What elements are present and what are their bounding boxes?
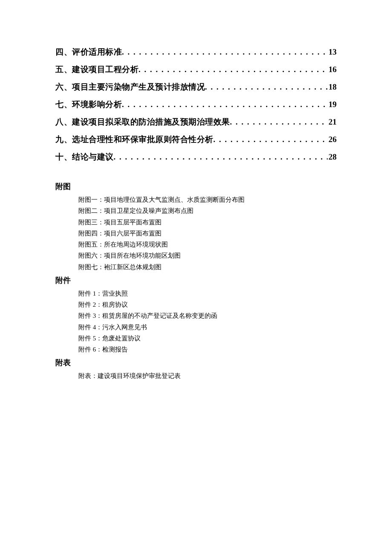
item-text: 租赁房屋的不动产登记证及名称变更的函 <box>102 312 217 319</box>
item-number: 附件 5： <box>78 335 102 342</box>
section-heading-futu: 附图 <box>55 181 337 192</box>
toc-title: 七、环境影响分析 <box>55 100 122 108</box>
item-number: 附件 2： <box>78 301 102 308</box>
toc-entry: 十、结论与建议 28 <box>55 153 337 161</box>
section-heading-fujian: 附件 <box>55 275 337 285</box>
section-heading-fubiao: 附表 <box>55 357 337 368</box>
item-number: 附件 4： <box>78 324 102 331</box>
list-item: 附图六：项目所在地环境功能区划图 <box>78 250 337 261</box>
list-item: 附图五：所在地周边环境现状图 <box>78 239 337 250</box>
list-item: 附图三：项目五层平面布置图 <box>78 217 337 228</box>
list-item: 附件 1：营业执照 <box>78 288 337 299</box>
toc-leader-dots <box>230 118 328 126</box>
list-item: 附图二：项目卫星定位及噪声监测布点图 <box>78 205 337 216</box>
item-text: 营业执照 <box>102 290 128 297</box>
fubiao-list: 附表：建设项目环境保护审批登记表 <box>78 370 337 381</box>
toc-leader-dots <box>122 48 328 56</box>
toc-leader-dots <box>114 153 328 161</box>
list-item: 附图七：袍江新区总体规划图 <box>78 262 337 273</box>
list-item: 附图一：项目地理位置及大气监测点、水质监测断面分布图 <box>78 194 337 205</box>
toc-title: 六、项目主要污染物产生及预计排放情况 <box>55 83 205 91</box>
fujian-list: 附件 1：营业执照 附件 2：租房协议 附件 3：租赁房屋的不动产登记证及名称变… <box>78 288 337 355</box>
toc-page-number: 16 <box>328 65 337 73</box>
item-number: 附件 1： <box>78 290 102 297</box>
list-item: 附图四：项目六层平面布置图 <box>78 228 337 239</box>
item-text: 危废处置协议 <box>102 335 141 342</box>
list-item: 附件 6：检测报告 <box>78 344 337 355</box>
table-of-contents: 四、评价适用标准 13 五、建设项目工程分析 16 六、项目主要污染物产生及预计… <box>55 48 337 161</box>
list-item: 附表：建设项目环境保护审批登记表 <box>78 370 337 381</box>
list-item: 附件 3：租赁房屋的不动产登记证及名称变更的函 <box>78 310 337 321</box>
list-item: 附件 4：污水入网意见书 <box>78 322 337 333</box>
toc-entry: 七、环境影响分析 19 <box>55 100 337 108</box>
list-item: 附件 2：租房协议 <box>78 299 337 310</box>
list-item: 附件 5：危废处置协议 <box>78 333 337 344</box>
toc-page-number: 26 <box>328 135 337 143</box>
toc-title: 九、选址合理性和环保审批原则符合性分析 <box>55 135 213 143</box>
toc-entry: 八、建设项目拟采取的防治措施及预期治理效果 21 <box>55 118 337 126</box>
toc-entry: 五、建设项目工程分析 16 <box>55 65 337 73</box>
toc-leader-dots <box>213 135 328 143</box>
toc-title: 五、建设项目工程分析 <box>55 65 138 73</box>
item-number: 附件 6： <box>78 346 102 353</box>
item-text: 污水入网意见书 <box>102 324 147 331</box>
toc-entry: 四、评价适用标准 13 <box>55 48 337 56</box>
toc-title: 四、评价适用标准 <box>55 48 122 56</box>
item-text: 租房协议 <box>102 301 128 308</box>
toc-entry: 六、项目主要污染物产生及预计排放情况 18 <box>55 83 337 91</box>
toc-title: 八、建设项目拟采取的防治措施及预期治理效果 <box>55 118 230 126</box>
toc-leader-dots <box>205 83 328 91</box>
toc-page-number: 28 <box>328 153 337 161</box>
toc-title: 十、结论与建议 <box>55 153 114 161</box>
toc-leader-dots <box>138 65 328 73</box>
toc-page-number: 21 <box>328 118 337 126</box>
item-text: 检测报告 <box>102 346 128 353</box>
toc-entry: 九、选址合理性和环保审批原则符合性分析 26 <box>55 135 337 143</box>
toc-leader-dots <box>122 100 328 108</box>
toc-page-number: 13 <box>328 48 337 56</box>
item-number: 附件 3： <box>78 312 102 319</box>
toc-page-number: 18 <box>328 83 337 91</box>
toc-page-number: 19 <box>328 100 337 108</box>
futu-list: 附图一：项目地理位置及大气监测点、水质监测断面分布图 附图二：项目卫星定位及噪声… <box>78 194 337 273</box>
